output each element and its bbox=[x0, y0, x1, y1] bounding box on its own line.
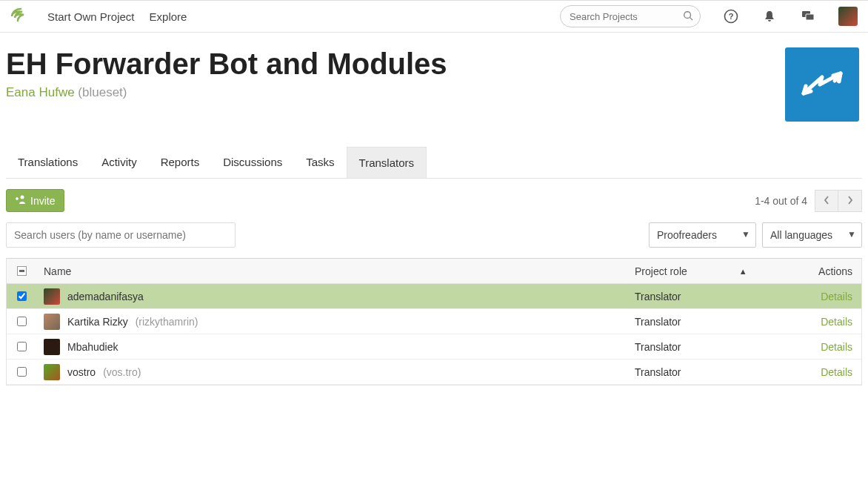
svg-point-0 bbox=[684, 12, 691, 19]
pager-prev[interactable] bbox=[815, 190, 838, 212]
user-avatar[interactable] bbox=[838, 7, 858, 26]
search-input[interactable] bbox=[560, 5, 701, 27]
chevron-left-icon bbox=[824, 194, 829, 208]
svg-text:?: ? bbox=[729, 12, 734, 21]
site-logo[interactable] bbox=[10, 5, 33, 27]
project-logo bbox=[785, 47, 859, 122]
search-projects[interactable] bbox=[560, 5, 701, 27]
chevron-right-icon bbox=[847, 194, 853, 208]
user-role: Translator bbox=[627, 291, 775, 302]
top-bar: Start Own Project Explore ? bbox=[0, 0, 868, 33]
col-name-header[interactable]: Name bbox=[36, 265, 627, 277]
col-actions-header: Actions bbox=[775, 265, 861, 277]
user-username: (rizkythamrin) bbox=[136, 316, 198, 328]
add-user-icon bbox=[16, 194, 26, 207]
toolbar: Invite 1-4 out of 4 bbox=[6, 189, 862, 212]
table-row[interactable]: MbahudiekTranslatorDetails bbox=[7, 334, 861, 360]
page-header: EH Forwarder Bot and Modules Eana Hufwe … bbox=[6, 47, 862, 122]
pager-info: 1-4 out of 4 bbox=[755, 195, 807, 207]
details-link[interactable]: Details bbox=[821, 341, 852, 353]
invite-button[interactable]: Invite bbox=[6, 189, 64, 212]
tabs: Translations Activity Reports Discussion… bbox=[6, 147, 862, 179]
col-role-header[interactable]: Project role ▲ bbox=[627, 265, 775, 277]
row-checkbox[interactable] bbox=[17, 291, 27, 301]
user-name: Kartika Rizky bbox=[67, 316, 128, 328]
svg-point-6 bbox=[21, 196, 24, 199]
language-filter-select[interactable]: All languages bbox=[762, 222, 862, 248]
user-role: Translator bbox=[627, 366, 775, 378]
details-link[interactable]: Details bbox=[821, 291, 852, 302]
row-checkbox[interactable] bbox=[17, 367, 27, 377]
filters: Proofreaders ▼ All languages ▼ bbox=[6, 222, 862, 248]
avatar bbox=[44, 364, 60, 380]
help-icon[interactable]: ? bbox=[723, 8, 739, 24]
table-header: Name Project role ▲ Actions bbox=[7, 259, 861, 284]
user-role: Translator bbox=[627, 316, 775, 328]
user-username: (vos.tro) bbox=[103, 366, 141, 378]
tab-tasks[interactable]: Tasks bbox=[294, 147, 346, 178]
user-name: Mbahudiek bbox=[67, 341, 118, 353]
details-link[interactable]: Details bbox=[821, 316, 852, 328]
nav-start-project[interactable]: Start Own Project bbox=[47, 10, 135, 23]
user-role: Translator bbox=[627, 341, 775, 353]
tab-discussions[interactable]: Discussions bbox=[211, 147, 294, 178]
avatar bbox=[44, 288, 60, 305]
avatar bbox=[44, 339, 60, 355]
invite-label: Invite bbox=[30, 195, 55, 207]
col-role-label: Project role bbox=[635, 265, 687, 277]
select-all-checkbox[interactable] bbox=[17, 266, 27, 276]
table-row[interactable]: ademadanifasyaTranslatorDetails bbox=[7, 284, 861, 309]
search-users-input[interactable] bbox=[6, 222, 236, 248]
details-link[interactable]: Details bbox=[821, 366, 852, 378]
user-name: vostro bbox=[67, 366, 96, 378]
row-checkbox[interactable] bbox=[17, 342, 27, 351]
users-table: Name Project role ▲ Actions ademadanifas… bbox=[6, 258, 862, 386]
nav-explore[interactable]: Explore bbox=[150, 10, 187, 23]
tab-translations[interactable]: Translations bbox=[6, 147, 90, 178]
tab-reports[interactable]: Reports bbox=[149, 147, 212, 178]
table-row[interactable]: vostro (vos.tro)TranslatorDetails bbox=[7, 360, 861, 385]
user-name: ademadanifasya bbox=[67, 291, 144, 302]
bell-icon[interactable] bbox=[761, 8, 778, 24]
owner-username: (blueset) bbox=[78, 85, 127, 99]
table-row[interactable]: Kartika Rizky (rizkythamrin)TranslatorDe… bbox=[7, 309, 861, 334]
avatar bbox=[44, 314, 60, 330]
chat-icon[interactable] bbox=[800, 8, 816, 24]
row-checkbox[interactable] bbox=[17, 317, 27, 326]
search-icon bbox=[683, 10, 693, 24]
page-title: EH Forwarder Bot and Modules bbox=[6, 47, 785, 81]
svg-line-1 bbox=[690, 18, 693, 21]
owner-line: Eana Hufwe (blueset) bbox=[6, 85, 785, 100]
pager-next[interactable] bbox=[838, 190, 862, 212]
role-filter-select[interactable]: Proofreaders bbox=[649, 222, 756, 248]
tab-activity[interactable]: Activity bbox=[90, 147, 149, 178]
tab-translators[interactable]: Translators bbox=[347, 147, 427, 178]
svg-rect-5 bbox=[806, 14, 814, 20]
sort-asc-icon: ▲ bbox=[739, 267, 747, 276]
owner-name[interactable]: Eana Hufwe bbox=[6, 85, 75, 99]
